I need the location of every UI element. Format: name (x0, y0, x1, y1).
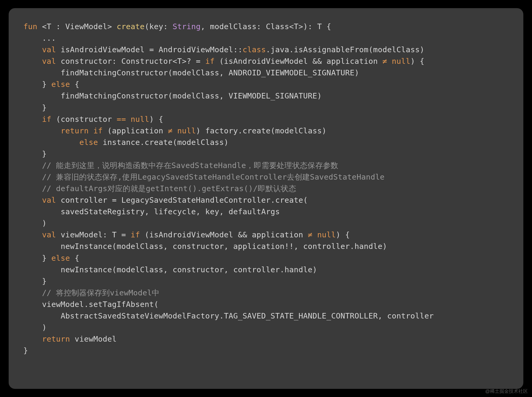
code-line: else instance.create(modelClass) (23, 138, 228, 147)
code-token: == (117, 115, 126, 124)
code-token: (isAndroidViewModel && application (215, 57, 382, 66)
code-token (173, 126, 177, 135)
code-token: null (317, 230, 336, 239)
code-line: } (23, 277, 47, 286)
code-token: (isAndroidViewModel && application (140, 230, 308, 239)
code-token: instance.create(modelClass) (98, 138, 228, 147)
code-token: // 兼容旧的状态保存,使用LegacySavedStateHandleCont… (42, 173, 384, 181)
code-token: viewModel.setTagIfAbsent( (42, 300, 159, 309)
code-block: fun <T : ViewModel> create(key: String, … (23, 21, 509, 356)
code-line: } else { (23, 80, 79, 89)
code-token (312, 230, 317, 239)
code-token: ) { (149, 115, 163, 124)
code-token: } (42, 80, 51, 89)
code-line: ) (23, 219, 47, 228)
code-token: ) factory.create(modelClass) (196, 126, 326, 135)
code-token: // defaultArgs对应的就是getIntent().getExtras… (42, 184, 296, 193)
code-token: String (173, 22, 201, 31)
code-token: ) (42, 219, 47, 228)
code-token: } (42, 103, 47, 112)
code-token: { (70, 80, 80, 89)
code-line: } (23, 346, 28, 355)
code-line: } else { (23, 254, 79, 263)
code-token: else (51, 254, 70, 263)
code-token: viewModel: T = (56, 230, 131, 239)
code-token: ≠ (383, 57, 387, 66)
code-token: <T : ViewModel> (37, 22, 117, 31)
code-line: ) (23, 323, 47, 332)
code-token: create (117, 22, 145, 31)
code-line: return viewModel (23, 335, 117, 343)
code-token: else (51, 80, 70, 89)
watermark: @稀土掘金技术社区 (485, 388, 528, 394)
code-token: return (61, 126, 89, 135)
code-line: // 兼容旧的状态保存,使用LegacySavedStateHandleCont… (23, 173, 384, 181)
code-line: viewModel.setTagIfAbsent( (23, 300, 159, 309)
code-token (126, 115, 131, 124)
code-token: val (42, 196, 56, 205)
code-line: return if (application ≠ null) factory.c… (23, 126, 326, 135)
code-token: null (177, 126, 196, 135)
code-token: isAndroidViewModel = AndroidViewModel:: (56, 45, 242, 54)
code-line: findMatchingConstructor(modelClass, VIEW… (23, 91, 322, 100)
code-token: if (131, 230, 140, 239)
code-token: ≠ (308, 230, 312, 239)
code-token: ≠ (168, 126, 173, 135)
code-line: savedStateRegistry, lifecycle, key, defa… (23, 207, 280, 216)
code-token: val (42, 45, 56, 54)
code-token: // 能走到这里，说明构造函数中存在SavedStateHandle，即需要处理… (42, 161, 338, 170)
code-token: ... (42, 34, 56, 43)
code-token: null (131, 115, 149, 124)
code-token: newInstance(modelClass, constructor, con… (61, 265, 317, 274)
code-token: } (42, 277, 47, 286)
code-line: // 能走到这里，说明构造函数中存在SavedStateHandle，即需要处理… (23, 161, 338, 170)
code-token: if (93, 126, 103, 135)
code-token: findMatchingConstructor(modelClass, VIEW… (61, 91, 322, 100)
code-line: fun <T : ViewModel> create(key: String, … (23, 22, 331, 31)
code-token: fun (23, 22, 37, 31)
code-token: findMatchingConstructor(modelClass, ANDR… (61, 68, 359, 77)
code-line: newInstance(modelClass, constructor, app… (23, 242, 387, 251)
code-token: if (42, 115, 51, 124)
code-token: (key: (145, 22, 173, 31)
code-token: val (42, 57, 56, 66)
code-token: } (42, 149, 47, 158)
code-token: } (23, 346, 28, 355)
code-token: // 将控制器保存到viewModel中 (42, 288, 160, 297)
code-line: val constructor: Constructor<T>? = if (i… (23, 57, 424, 66)
code-token: if (205, 57, 215, 66)
code-line: findMatchingConstructor(modelClass, ANDR… (23, 68, 359, 77)
code-line: val viewModel: T = if (isAndroidViewMode… (23, 230, 350, 239)
code-line: val isAndroidViewModel = AndroidViewMode… (23, 45, 424, 54)
code-line: } (23, 103, 47, 112)
code-token: newInstance(modelClass, constructor, app… (61, 242, 387, 251)
code-line: // 将控制器保存到viewModel中 (23, 288, 160, 297)
code-token: { (70, 254, 80, 263)
code-token (387, 57, 392, 66)
code-token: AbstractSavedStateViewModelFactory.TAG_S… (61, 311, 434, 320)
code-token: (application (103, 126, 168, 135)
code-token: savedStateRegistry, lifecycle, key, defa… (61, 207, 280, 216)
code-line: // defaultArgs对应的就是getIntent().getExtras… (23, 184, 296, 193)
code-token: ) (42, 323, 47, 332)
code-token: class (243, 45, 266, 54)
code-token: ) { (410, 57, 424, 66)
code-token: else (79, 138, 98, 147)
code-token: .java.isAssignableFrom(modelClass) (266, 45, 425, 54)
code-line: val controller = LegacySavedStateHandleC… (23, 196, 308, 205)
code-card: fun <T : ViewModel> create(key: String, … (9, 8, 523, 389)
code-token (89, 126, 93, 135)
code-token: ) { (336, 230, 350, 239)
code-token: null (392, 57, 410, 66)
code-line: if (constructor == null) { (23, 115, 163, 124)
code-token: (constructor (51, 115, 117, 124)
code-token: } (42, 254, 51, 263)
code-token: constructor: Constructor<T>? = (56, 57, 205, 66)
code-token: return (42, 335, 70, 343)
code-line: ... (23, 34, 56, 43)
code-line: newInstance(modelClass, constructor, con… (23, 265, 317, 274)
code-token: controller = LegacySavedStateHandleContr… (56, 196, 308, 205)
code-line: AbstractSavedStateViewModelFactory.TAG_S… (23, 311, 434, 320)
code-token: , modelClass: Class<T>): T { (201, 22, 331, 31)
code-token: viewModel (70, 335, 117, 343)
